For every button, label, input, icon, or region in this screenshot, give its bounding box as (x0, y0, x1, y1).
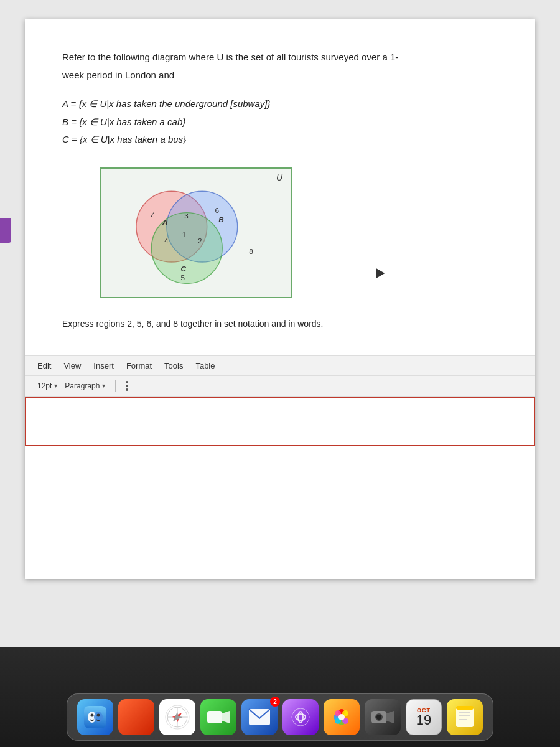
facetime-icon (207, 708, 230, 726)
safari-icon (165, 705, 190, 730)
dot1 (126, 381, 128, 383)
svg-text:8: 8 (249, 247, 253, 255)
document-area: Refer to the following diagram where U i… (0, 0, 560, 647)
menu-edit[interactable]: Edit (37, 361, 51, 370)
svg-marker-26 (222, 711, 230, 723)
set-c-definition: C = {x ∈ U|x has taken a bus} (62, 131, 498, 149)
svg-text:7: 7 (150, 209, 154, 217)
dock-facetime[interactable] (200, 699, 236, 735)
dot3 (126, 388, 128, 391)
dock-camera[interactable] (365, 699, 401, 735)
set-definitions: A = {x ∈ U|x has taken the underground [… (62, 95, 498, 149)
dock-safari[interactable] (159, 699, 195, 735)
svg-text:B: B (218, 215, 224, 223)
camera-icon (371, 708, 394, 726)
dot2 (126, 385, 128, 387)
dock: 2 (67, 693, 493, 741)
svg-rect-48 (456, 706, 474, 710)
dock-mail[interactable]: 2 (241, 699, 278, 735)
editor-menubar: Edit View Insert Format Tools Table (25, 355, 535, 376)
svg-text:C: C (180, 264, 186, 272)
svg-point-16 (94, 712, 103, 723)
svg-text:6: 6 (215, 205, 219, 214)
question-text: Express regions 2, 5, 6, and 8 together … (62, 317, 498, 331)
mail-icon (248, 708, 271, 726)
venn-svg: 7 A 3 6 B 4 1 2 C 5 8 (101, 169, 291, 297)
set-a-definition: A = {x ∈ U|x has taken the underground [… (62, 95, 498, 113)
dock-notes[interactable] (447, 699, 483, 735)
clock-display: OCT 19 (416, 707, 431, 727)
menu-insert[interactable]: Insert (93, 361, 114, 370)
svg-marker-41 (386, 711, 394, 723)
intro-line1: Refer to the following diagram where U i… (62, 50, 498, 65)
clock-day: 19 (416, 713, 431, 727)
svg-rect-25 (207, 711, 222, 723)
paragraph-style-label: Paragraph (65, 382, 100, 390)
svg-point-18 (97, 714, 100, 717)
svg-text:3: 3 (184, 212, 189, 220)
editor-toolbar: 12pt ▾ Paragraph ▾ (25, 376, 535, 397)
svg-point-29 (296, 714, 306, 720)
editor-content-area[interactable] (25, 397, 535, 446)
svg-point-39 (338, 714, 345, 720)
left-tab[interactable] (0, 218, 11, 243)
paragraph-style-select[interactable]: Paragraph ▾ (65, 382, 105, 390)
svg-text:1: 1 (182, 230, 186, 238)
siri-icon (291, 707, 310, 727)
menu-tools[interactable]: Tools (164, 361, 183, 370)
svg-text:4: 4 (164, 236, 169, 244)
intro-line2: week period in London and (62, 68, 498, 83)
dock-area: 2 (0, 647, 560, 747)
font-size-label: 12pt (37, 382, 52, 390)
dock-clock[interactable]: OCT 19 (406, 699, 442, 735)
svg-text:A: A (162, 218, 168, 226)
svg-text:2: 2 (198, 236, 202, 244)
toolbar-divider (115, 380, 116, 392)
dock-grid-app[interactable] (118, 699, 154, 735)
svg-text:5: 5 (180, 273, 185, 281)
problem-intro: Refer to the following diagram where U i… (62, 50, 498, 83)
menu-format[interactable]: Format (126, 361, 152, 370)
finder-icon (84, 706, 106, 728)
menu-view[interactable]: View (63, 361, 81, 370)
dock-siri[interactable] (282, 699, 319, 735)
document-page: Refer to the following diagram where U i… (25, 19, 535, 579)
svg-rect-44 (456, 707, 474, 727)
paragraph-chevron[interactable]: ▾ (102, 382, 105, 389)
font-size-chevron[interactable]: ▾ (54, 382, 57, 389)
set-b-definition: B = {x ∈ U|x has taken a cab} (62, 113, 498, 131)
svg-point-17 (91, 714, 94, 717)
notes-icon (455, 706, 475, 728)
dock-photos[interactable] (324, 699, 360, 735)
svg-point-30 (298, 712, 303, 723)
photos-icon (330, 706, 353, 728)
dock-finder[interactable] (77, 699, 113, 735)
svg-point-43 (376, 715, 381, 720)
more-options-button[interactable] (126, 381, 128, 391)
venn-diagram: U 7 A 3 6 B 4 (100, 167, 292, 298)
font-size-select[interactable]: 12pt ▾ (37, 382, 57, 390)
mail-badge: 2 (270, 697, 280, 707)
menu-table[interactable]: Table (195, 361, 215, 370)
